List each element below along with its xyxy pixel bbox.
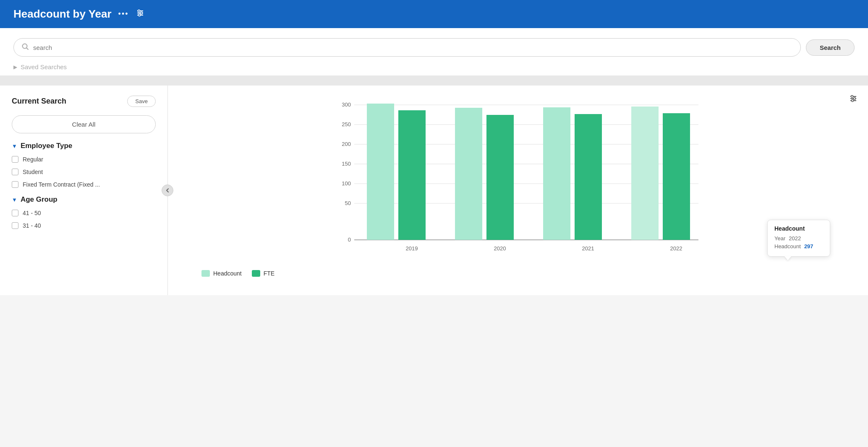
svg-point-12 [854, 98, 856, 100]
search-icon [21, 43, 29, 52]
clear-all-button[interactable]: Clear All [12, 115, 156, 133]
age-group-filter: ▼ Age Group 41 - 50 31 - 40 [12, 195, 156, 229]
current-search-title: Current Search [12, 97, 66, 106]
legend-headcount-color [201, 270, 210, 277]
svg-point-11 [851, 96, 853, 98]
sidebar-collapse-handle[interactable] [162, 185, 173, 196]
chevron-right-icon: ▶ [13, 64, 17, 70]
bar-2020-headcount[interactable] [455, 108, 482, 240]
employee-type-title: Employee Type [21, 142, 72, 150]
saved-searches-label: Saved Searches [21, 63, 67, 70]
legend-fte: FTE [252, 270, 275, 277]
filter-label-31-40: 31 - 40 [23, 222, 41, 229]
chart-tooltip: Headcount Year 2022 Headcount 297 [767, 220, 830, 257]
tooltip-year-row: Year 2022 [774, 235, 823, 242]
page-title: Headcount by Year [13, 8, 112, 21]
search-bar-row: Search [13, 38, 855, 57]
checkbox-regular[interactable] [12, 156, 18, 163]
tooltip-title: Headcount [774, 225, 823, 232]
tooltip-headcount-value: 297 [804, 243, 813, 249]
filter-label-fixed-term: Fixed Term Contract (Fixed ... [23, 181, 100, 188]
bar-2021-fte[interactable] [575, 114, 602, 240]
svg-point-5 [138, 14, 140, 16]
age-group-title: Age Group [21, 195, 58, 204]
filter-item-student: Student [12, 169, 156, 175]
checkbox-41-50[interactable] [12, 210, 18, 216]
chart-filter-icon[interactable] [849, 94, 858, 105]
legend-headcount-label: Headcount [213, 270, 242, 277]
svg-text:2019: 2019 [406, 245, 418, 252]
filter-label-student: Student [23, 169, 43, 175]
svg-text:2020: 2020 [494, 245, 506, 252]
svg-text:50: 50 [345, 200, 351, 206]
checkbox-31-40[interactable] [12, 222, 18, 229]
tooltip-arrow [784, 256, 791, 260]
legend-fte-color [252, 270, 260, 277]
svg-text:0: 0 [348, 236, 351, 243]
chevron-down-icon-age: ▼ [12, 197, 17, 203]
filter-icon[interactable] [136, 8, 145, 20]
search-button[interactable]: Search [806, 39, 855, 56]
svg-text:100: 100 [342, 180, 351, 187]
filter-item-41-50: 41 - 50 [12, 210, 156, 216]
svg-line-7 [27, 48, 29, 50]
search-input-wrapper[interactable] [13, 38, 801, 57]
save-button[interactable]: Save [127, 96, 156, 107]
more-options-icon[interactable]: ••• [118, 10, 129, 18]
svg-point-13 [852, 100, 854, 102]
saved-searches-row[interactable]: ▶ Saved Searches [13, 63, 855, 70]
filter-item-regular: Regular [12, 156, 156, 163]
sidebar-header: Current Search Save [12, 96, 156, 107]
checkbox-fixed-term[interactable] [12, 181, 18, 188]
legend-headcount: Headcount [201, 270, 242, 277]
employee-type-header[interactable]: ▼ Employee Type [12, 142, 156, 150]
search-area: Search ▶ Saved Searches [0, 28, 868, 75]
filter-item-31-40: 31 - 40 [12, 222, 156, 229]
bar-2019-headcount[interactable] [367, 104, 394, 240]
filter-label-regular: Regular [23, 156, 43, 163]
svg-point-3 [138, 10, 140, 12]
bar-chart: 300 250 200 150 100 50 0 2019 [181, 97, 855, 267]
bar-2022-headcount[interactable] [631, 107, 659, 240]
section-divider [0, 75, 868, 86]
checkbox-student[interactable] [12, 169, 18, 175]
filter-label-41-50: 41 - 50 [23, 210, 41, 216]
search-input[interactable] [33, 44, 793, 51]
filter-item-fixed-term: Fixed Term Contract (Fixed ... [12, 181, 156, 188]
tooltip-year-label: Year [774, 235, 785, 242]
bar-2022-fte[interactable] [663, 113, 690, 240]
tooltip-year-value: 2022 [789, 235, 801, 242]
employee-type-filter: ▼ Employee Type Regular Student Fixed Te… [12, 142, 156, 188]
bar-2021-headcount[interactable] [543, 107, 570, 240]
svg-point-4 [140, 12, 142, 14]
svg-text:300: 300 [342, 101, 351, 108]
svg-text:250: 250 [342, 121, 351, 127]
app-header: Headcount by Year ••• [0, 0, 868, 28]
chart-area: 300 250 200 150 100 50 0 2019 [168, 86, 868, 295]
svg-text:200: 200 [342, 141, 351, 147]
tooltip-headcount-label: Headcount [774, 243, 801, 249]
chart-legend: Headcount FTE [201, 270, 855, 277]
svg-text:150: 150 [342, 161, 351, 167]
sidebar: Current Search Save Clear All ▼ Employee… [0, 86, 168, 295]
tooltip-headcount-row: Headcount 297 [774, 243, 823, 249]
chevron-down-icon: ▼ [12, 143, 17, 149]
svg-text:2021: 2021 [582, 245, 594, 252]
main-content: Current Search Save Clear All ▼ Employee… [0, 86, 868, 295]
bar-2019-fte[interactable] [398, 110, 426, 240]
bar-2020-fte[interactable] [486, 115, 514, 240]
age-group-header[interactable]: ▼ Age Group [12, 195, 156, 204]
svg-text:2022: 2022 [670, 245, 682, 252]
legend-fte-label: FTE [264, 270, 275, 277]
